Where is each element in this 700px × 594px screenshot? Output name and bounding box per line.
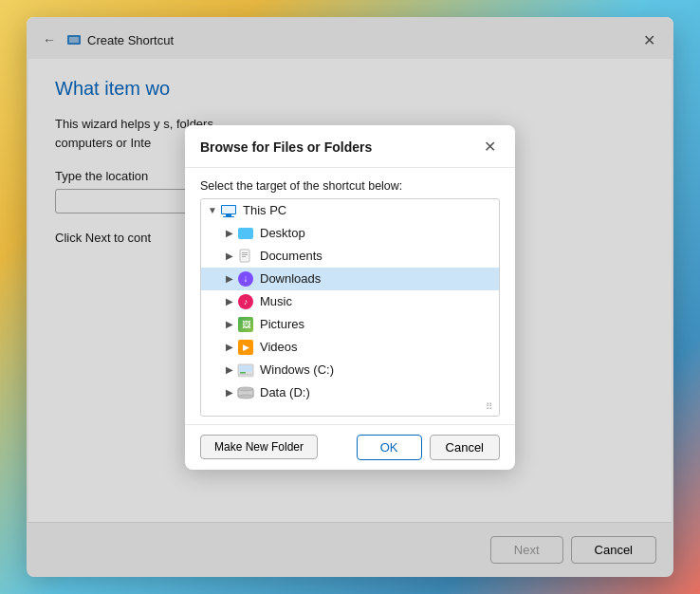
svg-rect-3 <box>222 206 235 213</box>
browse-dialog-title: Browse for Files or Folders <box>200 139 372 155</box>
make-new-folder-button[interactable]: Make New Folder <box>200 435 318 459</box>
chevron-right-icon: ▶ <box>222 364 237 375</box>
chevron-right-icon: ▶ <box>222 273 237 284</box>
chevron-down-icon: ▼ <box>205 205 220 215</box>
thispc-label: This PC <box>243 203 286 217</box>
svg-rect-8 <box>242 254 248 255</box>
browse-dialog: Browse for Files or Folders ✕ Select the… <box>185 125 515 470</box>
svg-rect-13 <box>240 372 246 374</box>
svg-rect-11 <box>239 365 252 372</box>
chevron-right-icon: ▶ <box>222 319 237 329</box>
svg-point-16 <box>238 395 253 399</box>
tree-item-drive-d[interactable]: ▶ Data (D:) <box>201 381 499 404</box>
music-icon: ♪ <box>237 293 254 310</box>
chevron-right-icon: ▶ <box>222 251 237 261</box>
chevron-right-icon: ▶ <box>222 342 237 352</box>
wizard-window: ← Create Shortcut ✕ What item wo This wi… <box>27 17 673 577</box>
drive-d-label: Data (D:) <box>260 385 310 399</box>
svg-rect-6 <box>240 250 249 262</box>
thispc-icon <box>220 202 237 219</box>
desktop-label: Desktop <box>260 226 305 240</box>
documents-icon <box>237 248 254 265</box>
resize-handle: ⠿ <box>486 402 497 414</box>
videos-icon: ▶ <box>237 339 254 356</box>
desktop-icon <box>237 225 254 242</box>
tree-item-downloads[interactable]: ▶ ↓ Downloads <box>201 268 499 290</box>
pictures-label: Pictures <box>260 317 304 331</box>
chevron-right-icon: ▶ <box>222 296 237 306</box>
drive-d-icon <box>237 384 254 401</box>
browse-close-button[interactable]: ✕ <box>477 135 502 159</box>
drive-c-icon <box>237 362 254 379</box>
downloads-icon: ↓ <box>237 270 254 288</box>
tree-item-drive-c[interactable]: ▶ Windows (C:) <box>201 359 499 381</box>
browse-footer-buttons: OK Cancel <box>357 435 500 460</box>
tree-item-videos[interactable]: ▶ ▶ Videos <box>201 336 499 359</box>
drive-c-label: Windows (C:) <box>260 362 334 377</box>
tree-item-music[interactable]: ▶ ♪ Music <box>201 290 499 313</box>
svg-rect-12 <box>238 375 253 377</box>
browse-tree-container[interactable]: ▼ This PC ▶ <box>200 198 500 417</box>
svg-rect-4 <box>226 214 231 216</box>
chevron-right-icon: ▶ <box>222 387 237 398</box>
browse-subtitle: Select the target of the shortcut below: <box>185 168 515 198</box>
browse-cancel-button[interactable]: Cancel <box>430 435 500 460</box>
svg-rect-7 <box>242 252 248 253</box>
browse-dialog-overlay: Browse for Files or Folders ✕ Select the… <box>27 17 673 577</box>
downloads-label: Downloads <box>260 271 321 286</box>
documents-label: Documents <box>260 249 322 263</box>
chevron-right-icon: ▶ <box>222 228 237 238</box>
browse-footer: Make New Folder OK Cancel <box>185 424 515 470</box>
tree-item-desktop[interactable]: ▶ Desktop <box>201 222 499 245</box>
videos-label: Videos <box>260 340 298 354</box>
music-label: Music <box>260 294 292 308</box>
pictures-icon: 🖼 <box>237 316 254 333</box>
svg-rect-5 <box>223 216 234 217</box>
browse-titlebar: Browse for Files or Folders ✕ <box>185 125 515 168</box>
browse-ok-button[interactable]: OK <box>357 435 422 460</box>
tree-item-documents[interactable]: ▶ Documents <box>201 245 499 268</box>
tree-item-thispc[interactable]: ▼ This PC <box>201 199 499 222</box>
svg-rect-9 <box>242 256 246 257</box>
tree-item-pictures[interactable]: ▶ 🖼 Pictures <box>201 313 499 336</box>
svg-point-15 <box>238 387 253 391</box>
